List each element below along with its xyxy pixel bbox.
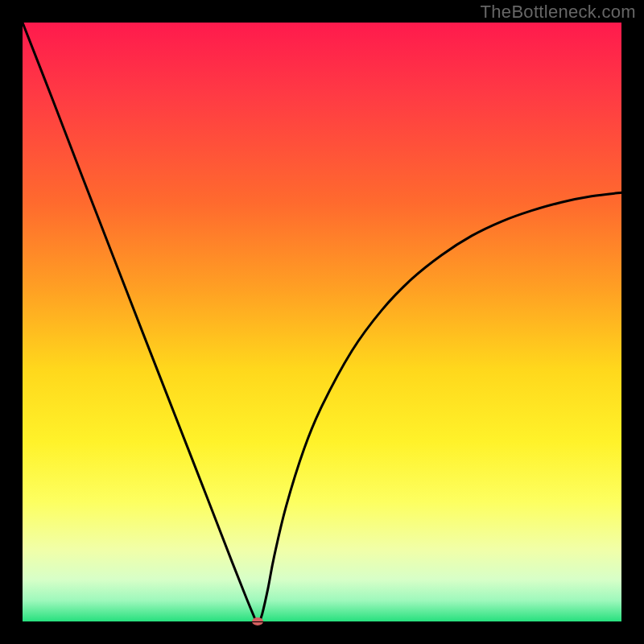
svg-rect-1 [23, 23, 621, 621]
chart-stage: TheBottleneck.com [0, 0, 644, 644]
bottleneck-chart [0, 0, 644, 644]
watermark-text: TheBottleneck.com [481, 2, 636, 23]
